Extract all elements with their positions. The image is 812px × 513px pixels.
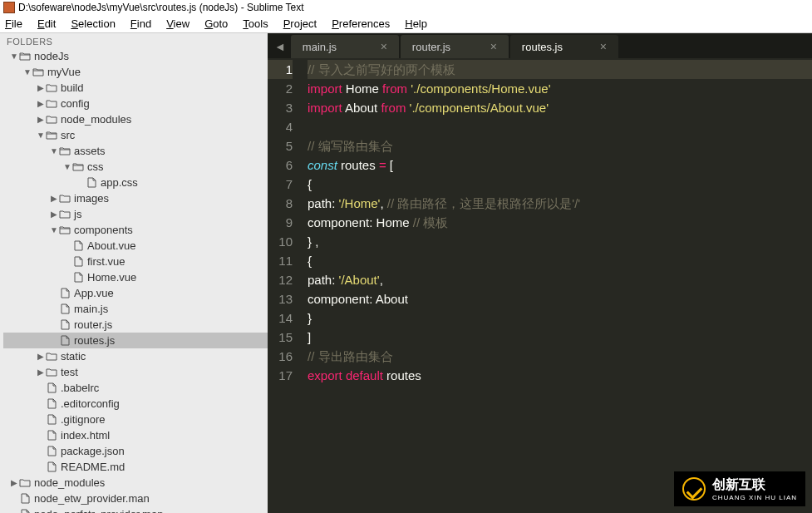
tree-label: components bbox=[74, 224, 133, 236]
file-icon bbox=[58, 303, 71, 315]
tree-folder[interactable]: ▼css bbox=[3, 159, 268, 175]
token-string: './components/Home.vue' bbox=[411, 81, 550, 96]
tree-file[interactable]: About.vue bbox=[3, 238, 268, 254]
menu-view[interactable]: View bbox=[166, 17, 189, 30]
tree-file[interactable]: routes.js bbox=[3, 333, 268, 348]
code-line[interactable]: path: '/Home', // 路由路径，这里是根路径所以是'/' bbox=[308, 194, 812, 213]
tree-arrow-icon[interactable]: ▶ bbox=[50, 210, 58, 219]
tree-folder[interactable]: ▶js bbox=[3, 206, 268, 222]
line-number: 16 bbox=[268, 347, 293, 366]
code-line[interactable]: export default routes bbox=[308, 366, 812, 385]
tree-arrow-icon[interactable]: ▼ bbox=[63, 162, 71, 171]
code-line[interactable]: import Home from './components/Home.vue' bbox=[308, 79, 812, 98]
tab-main-js[interactable]: main.js× bbox=[291, 35, 399, 58]
tree-file[interactable]: router.js bbox=[3, 317, 268, 333]
menubar: FileEditSelectionFindViewGotoToolsProjec… bbox=[0, 15, 812, 33]
tree-folder[interactable]: ▶build bbox=[3, 80, 268, 96]
tree-file[interactable]: main.js bbox=[3, 301, 268, 317]
token-var: routes bbox=[337, 158, 379, 172]
code-line[interactable]: } , bbox=[308, 232, 812, 251]
line-number: 1 bbox=[268, 60, 293, 79]
code-line[interactable]: { bbox=[308, 251, 812, 270]
code-line[interactable]: import About from './components/About.vu… bbox=[308, 98, 812, 117]
tree-folder[interactable]: ▼nodeJs bbox=[3, 48, 268, 64]
menu-project[interactable]: Project bbox=[283, 17, 317, 30]
tree-folder[interactable]: ▶node_modules bbox=[3, 111, 268, 127]
tree-folder[interactable]: ▼components bbox=[3, 222, 268, 238]
code-line[interactable]: { bbox=[308, 175, 812, 194]
code-line[interactable]: const routes = [ bbox=[308, 155, 812, 175]
tree-arrow-icon[interactable]: ▶ bbox=[10, 478, 18, 487]
menu-edit[interactable]: Edit bbox=[37, 17, 56, 30]
code-line[interactable]: ] bbox=[308, 328, 812, 347]
code-line[interactable]: component: About bbox=[308, 289, 812, 308]
tree-file[interactable]: package.json bbox=[3, 443, 268, 459]
tree-label: node_modules bbox=[61, 113, 131, 126]
tree-file[interactable]: .editorconfig bbox=[3, 396, 268, 412]
tree-arrow-icon[interactable]: ▼ bbox=[50, 225, 58, 234]
tree-label: images bbox=[74, 192, 109, 205]
file-icon bbox=[58, 335, 71, 347]
tree-folder[interactable]: ▶images bbox=[3, 190, 268, 206]
tree-file[interactable]: node_etw_provider.man bbox=[3, 491, 268, 506]
tree-file[interactable]: node_perfctr_provider.man bbox=[3, 506, 268, 513]
code-line[interactable]: } bbox=[308, 308, 812, 328]
tab-scroll-left-icon[interactable]: ◄ bbox=[273, 40, 291, 58]
token-var: , bbox=[380, 273, 383, 287]
folder-icon bbox=[45, 82, 58, 94]
tree-folder[interactable]: ▼assets bbox=[3, 143, 268, 159]
token-var: } bbox=[308, 311, 312, 325]
token-keyword: export bbox=[308, 368, 342, 382]
tree-arrow-icon[interactable]: ▼ bbox=[10, 52, 18, 61]
tree-folder[interactable]: ▼src bbox=[3, 127, 268, 143]
code-line[interactable] bbox=[308, 117, 812, 136]
tree-file[interactable]: app.css bbox=[3, 175, 268, 190]
tree-label: node_etw_provider.man bbox=[34, 492, 150, 505]
menu-help[interactable]: Help bbox=[405, 17, 427, 30]
tree-file[interactable]: Home.vue bbox=[3, 269, 268, 285]
tree-arrow-icon[interactable]: ▶ bbox=[50, 194, 58, 203]
close-icon[interactable]: × bbox=[490, 40, 497, 53]
tree-file[interactable]: README.md bbox=[3, 459, 268, 475]
tree-file[interactable]: .babelrc bbox=[3, 380, 268, 396]
token-comment: // 导出路由集合 bbox=[308, 349, 393, 363]
tree-folder[interactable]: ▶static bbox=[3, 348, 268, 364]
menu-goto[interactable]: Goto bbox=[204, 17, 228, 30]
close-icon[interactable]: × bbox=[600, 40, 607, 53]
tree-folder[interactable]: ▼myVue bbox=[3, 64, 268, 80]
tree-label: assets bbox=[74, 145, 106, 157]
code-lines[interactable]: // 导入之前写好的两个模板import Home from './compon… bbox=[308, 60, 812, 385]
tree-arrow-icon[interactable]: ▶ bbox=[37, 83, 45, 92]
tree-file[interactable]: App.vue bbox=[3, 285, 268, 301]
tree-arrow-icon[interactable]: ▶ bbox=[37, 367, 45, 377]
tree-file[interactable]: .gitignore bbox=[3, 412, 268, 427]
code-area[interactable]: 1234567891011121314151617 // 导入之前写好的两个模板… bbox=[268, 58, 812, 385]
tree-arrow-icon[interactable]: ▶ bbox=[37, 99, 45, 108]
menu-tools[interactable]: Tools bbox=[243, 17, 268, 30]
tree-file[interactable]: index.html bbox=[3, 427, 268, 443]
tree-file[interactable]: first.vue bbox=[3, 254, 268, 269]
menu-preferences[interactable]: Preferences bbox=[332, 17, 390, 30]
tab-label: router.js bbox=[412, 41, 450, 53]
tab-router-js[interactable]: router.js× bbox=[401, 35, 509, 58]
tree-arrow-icon[interactable]: ▼ bbox=[37, 131, 45, 140]
close-icon[interactable]: × bbox=[381, 40, 387, 53]
tree-arrow-icon[interactable]: ▼ bbox=[50, 146, 58, 155]
tree-folder[interactable]: ▶config bbox=[3, 96, 268, 111]
code-line[interactable]: // 导入之前写好的两个模板 bbox=[308, 60, 812, 79]
code-line[interactable]: // 导出路由集合 bbox=[308, 347, 812, 366]
code-line[interactable]: component: Home // 模板 bbox=[308, 213, 812, 232]
code-line[interactable]: path: '/About', bbox=[308, 270, 812, 289]
menu-find[interactable]: Find bbox=[130, 17, 151, 30]
tab-routes-js[interactable]: routes.js× bbox=[510, 35, 618, 58]
code-line[interactable]: // 编写路由集合 bbox=[308, 136, 812, 155]
menu-selection[interactable]: Selection bbox=[71, 17, 115, 30]
tree-arrow-icon[interactable]: ▶ bbox=[37, 352, 45, 361]
menu-file[interactable]: File bbox=[5, 17, 22, 30]
tree-folder[interactable]: ▶test bbox=[3, 364, 268, 380]
tree-label: index.html bbox=[61, 429, 110, 441]
tree-arrow-icon[interactable]: ▼ bbox=[23, 67, 32, 76]
tree-arrow-icon[interactable]: ▶ bbox=[37, 115, 45, 124]
tree-folder[interactable]: ▶node_modules bbox=[3, 475, 268, 491]
line-number: 8 bbox=[268, 194, 293, 213]
